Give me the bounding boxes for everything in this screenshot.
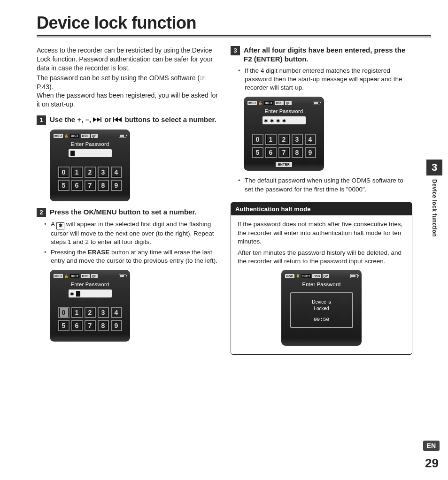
chapter-label: Device lock function	[431, 179, 438, 237]
step-3-bullet-1: •If the 4 digit number entered matches t…	[245, 67, 412, 92]
title-rule	[37, 35, 431, 38]
note-p1: If the password does not match after fiv…	[238, 220, 405, 246]
step-1: 1 Use the +, –, or buttons to select a n…	[37, 115, 218, 125]
svg-marker-5	[118, 117, 122, 122]
right-column: 3 After all four digits have been entere…	[231, 46, 412, 355]
fast-forward-icon	[93, 115, 102, 123]
device-screenshot-2: mSD 🔒 DICT DSS QP Enter Password ✱ 0 1 2…	[50, 270, 130, 342]
step-1-number: 1	[37, 115, 46, 125]
password-field	[69, 149, 112, 157]
svg-rect-3	[113, 117, 114, 122]
svg-marker-1	[97, 117, 100, 122]
page-number: 29	[425, 456, 439, 471]
key-1: 1	[71, 167, 83, 178]
battery-icon	[119, 134, 126, 138]
step-2-bullet-1: •A ✱ will appear in the selected first d…	[51, 220, 218, 246]
status-dss: DSS	[81, 134, 89, 138]
device-screenshot-locked: mSD 🔒 DICT DSS QP Enter Password Device …	[281, 270, 362, 346]
keypad: 0 1 2 3 4 5 6 7 8 9	[54, 167, 126, 198]
step-3-number: 3	[231, 46, 240, 55]
password-field: ✱	[69, 290, 112, 297]
svg-marker-4	[114, 117, 118, 122]
key-0: 0	[58, 167, 70, 178]
step-1-text-b: or	[104, 115, 113, 123]
left-column: Access to the recorder can be restricted…	[37, 46, 218, 355]
step-2-number: 2	[37, 208, 46, 217]
key-3: 3	[98, 167, 109, 178]
step-2-text-b: OK/MENU	[84, 208, 117, 216]
step-1-text-c: buttons to select a number.	[125, 115, 216, 123]
softkey-enter: ENTER	[276, 162, 292, 167]
password-field: ✱ ✱ ✱ ✱	[263, 116, 306, 124]
intro-1: Access to the recorder can be restricted…	[37, 46, 218, 73]
step-2-b1-a: A	[51, 221, 56, 228]
lock-timer: 09:50	[293, 316, 350, 323]
step-2-text-c: button to set a number.	[117, 208, 197, 216]
key-5: 5	[58, 180, 70, 191]
svg-marker-0	[93, 117, 97, 122]
svg-rect-2	[100, 117, 101, 122]
star-icon: ✱	[56, 222, 64, 229]
step-3-bullet-2: •The default password when using the ODM…	[245, 176, 412, 193]
language-badge: EN	[423, 441, 440, 451]
chapter-tab: 3 Device lock function	[426, 160, 442, 237]
status-dict: DICT	[70, 134, 79, 138]
lock-icon: 🔒	[64, 134, 69, 138]
key-4: 4	[111, 167, 122, 178]
step-3: 3 After all four digits have been entere…	[231, 46, 412, 64]
rewind-icon	[113, 115, 123, 123]
key-0-selected: 0	[58, 307, 70, 318]
step-2-b2-a: Pressing the	[51, 249, 88, 256]
device-screenshot-3: mSD 🔒 DICT DSS QP Enter Password ✱ ✱ ✱ ✱…	[244, 97, 324, 171]
chapter-number: 3	[426, 160, 442, 175]
key-2: 2	[85, 167, 96, 178]
step-3-title: After all four digits have been entered,…	[244, 46, 412, 64]
device-screenshot-1: mSD 🔒 DICT DSS QP Enter Password 0 1 2 3…	[50, 130, 130, 201]
status-sd: mSD	[54, 134, 63, 138]
key-6: 6	[71, 180, 83, 191]
step-1-text-a: Use the +, –,	[50, 115, 93, 123]
step-2-b2-b: ERASE	[88, 249, 110, 256]
key-9: 9	[111, 180, 122, 191]
step-2-text-a: Press the	[50, 208, 84, 216]
intro-3: When the password has been registered, y…	[37, 91, 218, 109]
enter-password-label: Enter Password	[54, 141, 126, 148]
key-7: 7	[85, 180, 96, 191]
lock-message: Device is Locked 09:50	[290, 292, 353, 328]
intro-2: The password can be set by using the ODM…	[37, 74, 218, 91]
step-2-b1-b: will appear in the selected first digit …	[51, 221, 214, 245]
note-p2: After ten minutes the password history w…	[238, 249, 405, 266]
key-8: 8	[98, 180, 109, 191]
note-heading: Authentication halt mode	[231, 203, 412, 216]
status-qp: QP	[91, 134, 98, 138]
page-title: Device lock function	[37, 13, 448, 33]
step-2: 2 Press the OK/MENU button to set a numb…	[37, 208, 218, 217]
authentication-halt-note: Authentication halt mode If the password…	[231, 202, 412, 355]
step-2-bullet-2: •Pressing the ERASE button at any time w…	[51, 248, 218, 265]
